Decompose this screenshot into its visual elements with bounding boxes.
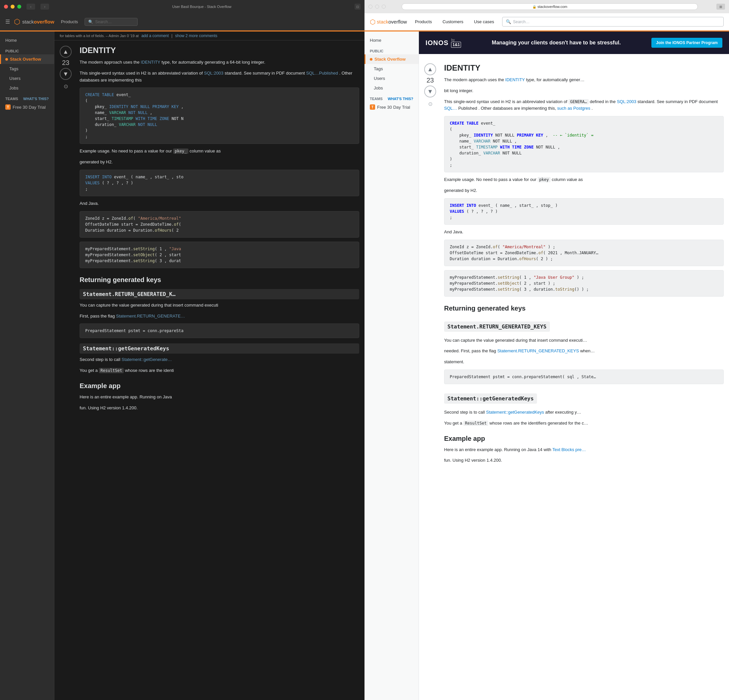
maximize-traffic-light[interactable] (17, 4, 21, 9)
right-sidebar-stackoverflow[interactable]: Stack Overflow (364, 54, 418, 64)
code-line: ; (85, 133, 354, 139)
left-nav-products[interactable]: Products (58, 18, 81, 26)
right-code-block-5: PreparedStatement pstmt = conn.prepareSt… (444, 370, 724, 384)
right-getkeys-link[interactable]: Statement::getGeneratedKeys (486, 410, 544, 414)
right-vote-up-button[interactable]: ▲ (424, 63, 436, 75)
statement-link[interactable]: Statement.RETURN_GENERATE… (116, 313, 185, 319)
right-code-line: myPreparedStatement.setObject( 2 , start… (450, 280, 718, 286)
code-line: VALUES ( ? , ? , ? ) (85, 180, 354, 186)
getkeys-link[interactable]: Statement::getGenerate… (121, 357, 172, 362)
right-identity-link[interactable]: IDENTITY (505, 77, 525, 82)
identity-link[interactable]: IDENTITY (141, 59, 160, 65)
answer-heading: IDENTITY (80, 46, 359, 55)
right-nav-use-cases[interactable]: Use cases (471, 18, 497, 26)
code-block-1: CREATE TABLE event_ ( pkey_ IDENTITY NOT… (80, 87, 359, 144)
right-sidebar-jobs[interactable]: Jobs (364, 83, 418, 93)
right-nav-customers[interactable]: Customers (440, 18, 466, 26)
code-line: ZoneId z = ZoneId.of( "America/Montreal" (85, 216, 354, 222)
sidebar-stackoverflow-label: Stack Overflow (10, 57, 41, 62)
sidebar-teams-section: TEAMS What's this? (0, 93, 54, 102)
right-panel: 🔒 stackoverflow.com ⊞ ⬡ stackoverflow Pr… (364, 0, 729, 700)
free-trial-item[interactable]: T Free 30 Day Trial (0, 102, 54, 112)
left-header: ☰ ⬡ stackoverflow Products 🔍 Search… (0, 13, 364, 30)
so-logo-right[interactable]: ⬡ stackoverflow (370, 18, 407, 26)
right-free-trial-icon: T (370, 104, 375, 110)
right-free-trial-item[interactable]: T Free 30 Day Trial (364, 102, 418, 112)
vote-down-button[interactable]: ▼ (60, 68, 72, 80)
sql2003-link[interactable]: SQL:2003 (204, 71, 224, 75)
example-app-text-2: fun. Using H2 version 1.4.200. (80, 405, 359, 412)
url-bar[interactable]: 🔒 stackoverflow.com (402, 3, 698, 10)
sql-published-link[interactable]: SQL…Published (306, 71, 338, 75)
whats-this-link[interactable]: What's this? (23, 97, 49, 101)
code-block-5: PreparedStatement pstmt = conn.prepareSt… (80, 323, 359, 338)
vote-up-button[interactable]: ▲ (60, 46, 72, 58)
answer-text-4: And Java. (80, 200, 359, 207)
free-trial-icon: T (5, 104, 11, 110)
sidebar-item-jobs[interactable]: Jobs (0, 83, 54, 93)
right-maximize-traffic-light[interactable] (382, 4, 386, 9)
expand-button[interactable]: ⊡ (354, 4, 360, 10)
right-sidebar-users[interactable]: Users (364, 74, 418, 83)
right-nav-button[interactable]: ⊞ (716, 4, 725, 10)
right-sidebar-section-public: PUBLIC (364, 45, 418, 54)
right-pkey-code: pkey (537, 177, 550, 182)
right-code-line: INSERT INTO event_ ( name_ , start_ , st… (450, 203, 718, 209)
answer-text-6: First, pass the flag Statement.RETURN_GE… (80, 313, 359, 320)
window-chrome-left: ‹ › User Basil Bourque - Stack Overflow … (0, 0, 364, 13)
sidebar-item-tags[interactable]: Tags (0, 64, 54, 74)
ionos-by: by (451, 38, 461, 42)
right-statement-link[interactable]: Statement.RETURN_GENERATED_KEYS (497, 348, 579, 353)
vote-count: 23 (62, 59, 69, 67)
right-answer-text-2: This single-word syntax used in H2 is an… (444, 99, 724, 112)
right-code-block-2: INSERT INTO event_ ( name_ , start_ , st… (444, 198, 724, 225)
right-active-indicator (370, 58, 372, 61)
hamburger-icon[interactable]: ☰ (5, 19, 10, 25)
minimize-traffic-light[interactable] (11, 4, 15, 9)
right-example-app-text: Here is an entire example app. Running o… (444, 446, 724, 454)
right-minimize-traffic-light[interactable] (375, 4, 379, 9)
right-sql2003-link[interactable]: SQL:2003 (617, 99, 636, 104)
forward-button[interactable]: › (41, 4, 49, 10)
ionos-banner[interactable]: IONOS by 1&1 Managing your clients doesn… (419, 32, 729, 54)
code-line: myPreparedStatement.setString( 3 , durat (85, 258, 354, 264)
right-sidebar-home[interactable]: Home (364, 35, 418, 45)
right-bookmark-button[interactable]: ⊙ (427, 100, 433, 107)
right-postgres-link[interactable]: such as Postgres (557, 106, 590, 111)
bookmark-button[interactable]: ⊙ (63, 83, 69, 90)
so-logo-left[interactable]: ⬡ stackoverflow (14, 17, 54, 26)
answer-body: IDENTITY The modern approach uses the ID… (80, 46, 359, 412)
right-vote-section: ▲ 23 ▼ ⊙ (424, 63, 436, 107)
right-code-line: CREATE TABLE event_ (450, 120, 718, 126)
back-button[interactable]: ‹ (26, 4, 35, 10)
answer-text-2: This single-word syntax used in H2 is an… (80, 70, 359, 84)
close-traffic-light[interactable] (4, 4, 8, 9)
right-text-blocks-link[interactable]: Text Blocks pre… (552, 447, 586, 452)
right-sidebar-tags[interactable]: Tags (364, 64, 418, 74)
right-code-line: myPreparedStatement.setString( 3 , durat… (450, 286, 718, 292)
left-search-bar[interactable]: 🔍 Search… (84, 18, 138, 26)
so-logo-icon: ⬡ (14, 17, 20, 26)
sidebar-item-home[interactable]: Home (0, 35, 54, 45)
right-sql-link[interactable]: SQL… (444, 106, 457, 111)
result-set-code: ResultSet (99, 368, 124, 373)
right-answer-text-3: Example usage. No need to pass a value f… (444, 176, 724, 183)
right-content: IONOS by 1&1 Managing your clients doesn… (419, 32, 729, 700)
right-whats-this-link[interactable]: What's this? (388, 97, 413, 101)
right-answer-section: ▲ 23 ▼ ⊙ IDENTITY The modern approach us… (419, 58, 729, 473)
add-comment-link[interactable]: add a comment (141, 33, 169, 38)
show-comments-link[interactable]: show 2 more comments (175, 33, 217, 38)
sidebar-item-stackoverflow[interactable]: Stack Overflow (0, 54, 54, 64)
right-close-traffic-light[interactable] (369, 4, 372, 9)
sidebar-item-users[interactable]: Users (0, 74, 54, 83)
right-nav-products[interactable]: Products (412, 18, 434, 26)
right-code-line: myPreparedStatement.setString( 1 , "Java… (450, 274, 718, 280)
right-genera-code: GENERA… (568, 99, 589, 104)
ionos-1and1: 1&1 (451, 42, 461, 48)
right-vote-down-button[interactable]: ▼ (424, 86, 436, 97)
code-line: ; (85, 186, 354, 192)
ionos-join-button[interactable]: Join the IONOS Partner Program (651, 38, 722, 48)
right-returning-keys-heading: Returning generated keys (444, 304, 724, 312)
right-search-bar[interactable]: 🔍 Search… (502, 17, 724, 26)
right-result-set-code: ResultSet (463, 420, 488, 426)
